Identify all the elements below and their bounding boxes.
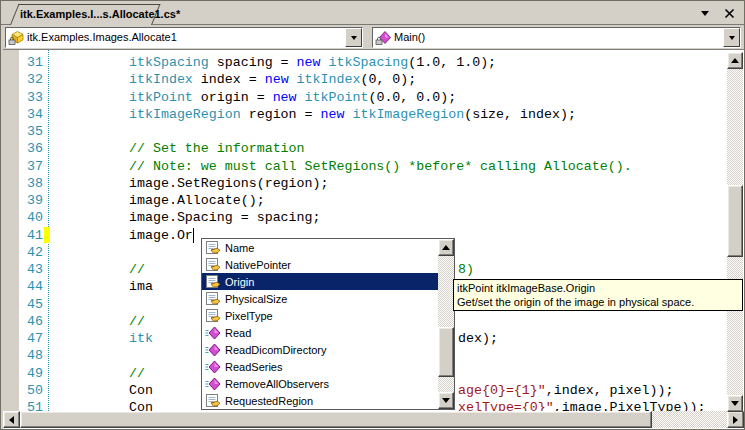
code-segment: (size, index); <box>464 107 576 122</box>
code-line[interactable]: itkSpacing spacing = new itkSpacing(1.0,… <box>49 54 727 71</box>
line-number: 49 <box>27 365 43 382</box>
code-line[interactable]: itkIndex index = new itkIndex(0, 0); <box>49 71 727 88</box>
property-icon <box>205 308 221 324</box>
intellisense-item[interactable]: ReadSeries <box>202 358 438 375</box>
line-number: 51 <box>27 399 43 411</box>
code-segment: itkImageRegion <box>129 107 241 122</box>
chevron-down-icon <box>729 36 735 40</box>
code-segment: itkIndex <box>297 72 361 87</box>
members-dropdown[interactable]: Main() <box>372 27 741 48</box>
intellisense-item-label: RequestedRegion <box>225 395 313 407</box>
code-segment: ,index, pixel)); <box>546 383 674 398</box>
scroll-up-button[interactable] <box>438 239 454 256</box>
line-number: 35 <box>27 123 43 140</box>
line-number: 43 <box>27 261 43 278</box>
scroll-down-button[interactable] <box>727 395 743 412</box>
types-dropdown-button[interactable] <box>345 28 362 47</box>
code-segment: new <box>321 107 345 122</box>
property-icon <box>205 240 221 256</box>
code-segment: itkSpacing <box>129 55 209 70</box>
intellisense-scrollbar-thumb[interactable] <box>438 327 454 377</box>
code-segment: image.Spacing = spacing; <box>129 210 321 225</box>
arrow-down-icon <box>442 398 450 403</box>
breakpoint-margin[interactable] <box>3 50 19 411</box>
code-segment: // <box>129 262 145 277</box>
code-segment: new <box>273 90 297 105</box>
intellisense-item[interactable]: Origin <box>202 273 438 290</box>
code-segment: image.Or <box>129 228 193 243</box>
vertical-scrollbar[interactable] <box>727 52 743 412</box>
line-number: 39 <box>27 192 43 209</box>
code-line[interactable]: // Set the information <box>49 140 727 157</box>
code-editor-surface[interactable]: 3132333435363738394041424344454647484950… <box>3 49 744 429</box>
intellisense-item[interactable]: PixelType <box>202 307 438 324</box>
intellisense-item[interactable]: RemoveAllObservers <box>202 375 438 392</box>
code-segment: ima <box>129 279 153 294</box>
code-segment <box>321 55 329 70</box>
close-icon[interactable] <box>722 7 736 20</box>
intellisense-scrollbar[interactable] <box>438 239 454 409</box>
intellisense-item[interactable]: Read <box>202 324 438 341</box>
property-icon <box>205 257 221 273</box>
line-number: 37 <box>27 158 43 175</box>
line-number: 50 <box>27 382 43 399</box>
text-caret <box>193 228 194 243</box>
intellisense-item[interactable]: ReadDicomDirectory <box>202 341 438 358</box>
scroll-up-button[interactable] <box>727 52 743 69</box>
line-number: 44 <box>27 278 43 295</box>
line-number: 38 <box>27 175 43 192</box>
code-segment: image.SetRegions(region); <box>129 176 329 191</box>
arrow-up-icon <box>442 245 450 250</box>
intellisense-item[interactable]: Name <box>202 239 438 256</box>
code-line[interactable]: itkPoint origin = new itkPoint(0.0, 0.0)… <box>49 89 727 106</box>
code-segment: itk <box>129 331 153 346</box>
arrow-left-icon <box>9 416 14 424</box>
code-line[interactable]: image.SetRegions(region); <box>49 175 727 192</box>
code-segment: // <box>129 366 145 381</box>
intellisense-item[interactable]: PhysicalSize <box>202 290 438 307</box>
code-segment: ,image.PixelType)); <box>554 400 706 411</box>
code-segment: itkImageRegion <box>352 107 464 122</box>
code-segment: region = <box>241 107 321 122</box>
close-glyph <box>724 8 735 19</box>
horizontal-scrollbar-thumb[interactable] <box>20 411 652 428</box>
method-icon <box>205 342 221 358</box>
code-line[interactable]: itkImageRegion region = new itkImageRegi… <box>49 106 727 123</box>
code-segment: 8) <box>458 262 474 277</box>
code-line[interactable] <box>49 123 727 140</box>
tooltip-signature: itkPoint itkImageBase.Origin <box>457 281 739 295</box>
intellisense-item-label: Read <box>225 327 251 339</box>
code-segment: itkPoint <box>129 90 193 105</box>
intellisense-item[interactable]: NativePointer <box>202 256 438 273</box>
tab-title: itk.Examples.I...s.Allocate1.cs* <box>10 4 150 20</box>
code-segment: itkPoint <box>305 90 369 105</box>
scroll-down-button[interactable] <box>438 392 454 409</box>
intellisense-item-label: Name <box>225 242 254 254</box>
line-number: 40 <box>27 209 43 226</box>
code-segment: origin = <box>193 90 273 105</box>
vertical-scrollbar-thumb[interactable] <box>727 185 743 257</box>
navigation-bar: itk.Examples.Images.Allocate1 Main() <box>1 25 744 49</box>
arrow-up-icon <box>731 58 739 63</box>
code-segment: // Note: we must call SetRegions() *befo… <box>129 159 632 174</box>
horizontal-scrollbar[interactable] <box>3 411 744 428</box>
method-icon <box>375 30 391 46</box>
code-segment: xelType={0}" <box>458 400 554 411</box>
code-line[interactable]: image.Spacing = spacing; <box>49 209 727 226</box>
scroll-left-button[interactable] <box>3 411 20 428</box>
property-icon <box>205 274 221 290</box>
intellisense-item[interactable]: RequestedRegion <box>202 392 438 409</box>
scroll-right-button[interactable] <box>727 411 744 428</box>
code-line[interactable]: image.Allocate(); <box>49 192 727 209</box>
intellisense-item-label: ReadDicomDirectory <box>225 344 326 356</box>
line-number: 31 <box>27 54 43 71</box>
code-line[interactable]: // Note: we must call SetRegions() *befo… <box>49 158 727 175</box>
document-list-dropdown-icon[interactable] <box>698 7 712 20</box>
document-tab[interactable]: itk.Examples.I...s.Allocate1.cs* <box>10 4 150 24</box>
line-number: 46 <box>27 313 43 330</box>
code-segment: Con <box>129 383 153 398</box>
members-dropdown-button[interactable] <box>723 28 740 47</box>
types-dropdown[interactable]: itk.Examples.Images.Allocate1 <box>5 27 363 48</box>
intellisense-item-label: PhysicalSize <box>225 293 287 305</box>
code-segment-right: age{0}={1}",index, pixel)); <box>458 382 673 399</box>
